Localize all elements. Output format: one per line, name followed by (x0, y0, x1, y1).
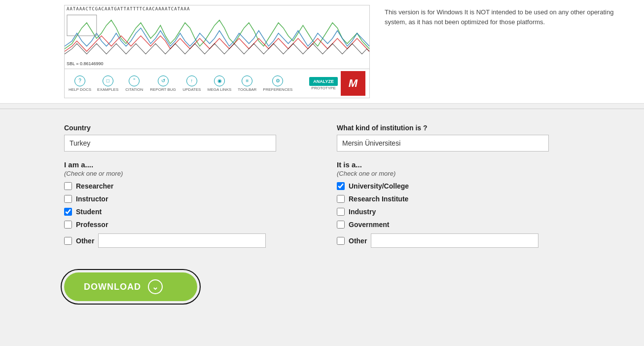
report-bug-label: REPORT BUG (150, 87, 176, 92)
updates-btn[interactable]: ↑ UPDATES (182, 76, 202, 92)
i-am-title: I am a.... (64, 160, 307, 169)
university-checkbox[interactable] (337, 182, 345, 190)
prototype-label: PROTOTYPE (312, 86, 336, 90)
form-right-col: What kind of institution is ? It is a...… (337, 124, 580, 253)
industry-row: Industry (337, 208, 580, 216)
citation-icon: " (129, 76, 140, 86)
industry-checkbox[interactable] (337, 208, 345, 216)
industry-label: Industry (349, 208, 376, 216)
svg-rect-0 (67, 15, 97, 36)
preferences-label: PREFERENCES (263, 87, 292, 92)
mx-logo: M (341, 71, 365, 96)
form-left-col: Country I am a.... (Check one or more) R… (64, 124, 307, 253)
government-checkbox[interactable] (337, 221, 345, 229)
i-am-note: (Check one or more) (64, 170, 307, 177)
student-row: Student (64, 208, 307, 216)
researcher-label: Researcher (76, 182, 113, 190)
research-institute-checkbox[interactable] (337, 195, 345, 203)
report-bug-btn[interactable]: ↺ REPORT BUG (150, 76, 176, 92)
toolbar-btn[interactable]: ≡ TOOLBAR (237, 76, 257, 92)
instructor-label: Instructor (76, 195, 108, 203)
dna-visualization: AATAAACTCGACAATGATTATTTTCAACAAAATCATAAA … (64, 5, 370, 69)
preferences-btn[interactable]: ⚙ PREFERENCES (263, 76, 292, 92)
updates-icon: ↑ (186, 76, 197, 86)
citation-label: CITATION (125, 87, 143, 92)
professor-row: Professor (64, 221, 307, 229)
examples-icon: □ (103, 76, 113, 86)
logo-text: M (349, 77, 358, 90)
download-outline (61, 269, 201, 305)
report-bug-icon: ↺ (158, 76, 169, 86)
preferences-icon: ⚙ (272, 76, 283, 86)
analyze-button[interactable]: ANALYZE (309, 77, 338, 86)
top-section: AATAAACTCGACAATGATTATTTTCAACAAAATCATAAA … (0, 0, 644, 104)
dna-sequence-text: AATAAACTCGACAATGATTATTTTCAACAAAATCATAAA (65, 5, 369, 12)
institution-input[interactable] (337, 135, 549, 152)
divider (0, 109, 644, 109)
i-am-other-input[interactable] (98, 233, 266, 248)
i-am-other-label: Other (76, 237, 94, 245)
instructor-checkbox[interactable] (64, 195, 72, 203)
professor-checkbox[interactable] (64, 221, 72, 229)
institution-label: What kind of institution is ? (337, 124, 580, 132)
screenshot-area: AATAAACTCGACAATGATTATTTTCAACAAAATCATAAA … (64, 5, 370, 98)
updates-label: UPDATES (182, 87, 201, 92)
dna-wave-chart (65, 12, 369, 59)
examples-label: EXAMPLES (97, 87, 118, 92)
help-docs-btn[interactable]: ? HELP DOCS (69, 76, 91, 92)
university-label: University/College (349, 182, 409, 190)
it-is-note: (Check one or more) (337, 170, 580, 177)
it-is-other-label: Other (349, 237, 367, 245)
i-am-other-checkbox[interactable] (64, 237, 72, 245)
professor-label: Professor (76, 221, 108, 229)
mega-links-label: MEGA LINKS (208, 87, 231, 92)
it-is-title: It is a... (337, 160, 580, 169)
download-area: DOWNLOAD ⌄ (0, 268, 644, 321)
examples-btn[interactable]: □ EXAMPLES (97, 76, 118, 92)
mega-links-btn[interactable]: ◉ MEGA LINKS (208, 76, 231, 92)
country-input[interactable] (64, 135, 276, 152)
research-institute-label: Research Institute (349, 195, 408, 203)
it-is-other-row: Other (337, 233, 580, 248)
researcher-row: Researcher (64, 182, 307, 190)
it-is-other-input[interactable] (371, 233, 538, 248)
country-label: Country (64, 124, 307, 132)
researcher-checkbox[interactable] (64, 182, 72, 190)
toolbar-icon: ≡ (242, 76, 252, 86)
research-institute-row: Research Institute (337, 195, 580, 203)
description-text: This version is for Windows It is NOT in… (385, 5, 634, 27)
toolbar-row: ? HELP DOCS □ EXAMPLES " CITATION ↺ REPO… (64, 69, 370, 98)
instructor-row: Instructor (64, 195, 307, 203)
i-am-other-row: Other (64, 233, 307, 248)
university-row: University/College (337, 182, 580, 190)
toolbar-label: TOOLBAR (238, 87, 256, 92)
help-docs-icon: ? (74, 76, 85, 86)
citation-btn[interactable]: " CITATION (124, 76, 144, 92)
government-label: Government (349, 221, 389, 229)
form-section: Country I am a.... (Check one or more) R… (0, 114, 644, 268)
download-wrapper: DOWNLOAD ⌄ (64, 272, 197, 301)
student-label: Student (76, 208, 102, 216)
help-docs-label: HELP DOCS (69, 87, 91, 92)
student-checkbox[interactable] (64, 208, 72, 216)
government-row: Government (337, 221, 580, 229)
description-paragraph: This version is for Windows It is NOT in… (385, 7, 634, 27)
sbl-label: SBL = 0.86146990 (65, 61, 369, 67)
it-is-other-checkbox[interactable] (337, 237, 345, 245)
mega-links-icon: ◉ (214, 76, 225, 86)
